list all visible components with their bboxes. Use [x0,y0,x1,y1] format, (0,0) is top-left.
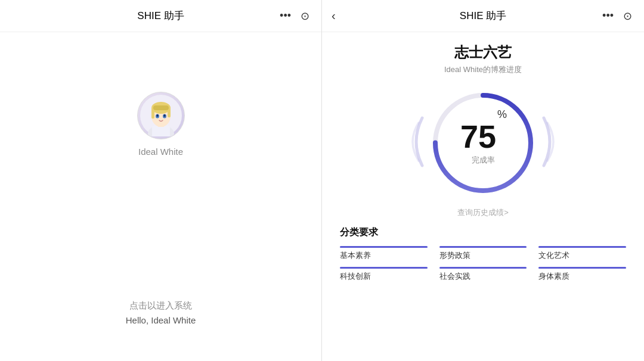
category-label: 身体素质 [538,271,626,282]
percent-row: 75 % [460,120,506,153]
percent-number: 75 [460,120,496,153]
dots-icon[interactable]: ••• [280,10,291,22]
page-subtitle: Ideal White的博雅进度 [444,64,522,75]
svg-rect-2 [152,126,170,136]
back-icon[interactable]: ‹ [332,9,336,23]
query-history-link[interactable]: 查询历史成绩> [457,207,509,218]
category-label: 科技创新 [340,271,428,282]
right-dots-icon[interactable]: ••• [602,10,614,22]
deco-arc-left [410,112,425,174]
avatar-name: Ideal White [138,147,183,157]
categories-section: 分类要求 基本素养形势政策文化艺术科技创新社会实践身体素质 [322,226,644,282]
category-item[interactable]: 身体素质 [538,267,626,282]
avatar-image [140,95,182,136]
left-header-title: SHIE 助手 [137,9,184,23]
category-label: 基本素养 [340,250,428,261]
category-item[interactable]: 基本素养 [340,246,428,261]
hello-text: Hello, Ideal White [126,315,196,325]
left-header-icons: ••• ⊙ [280,10,309,23]
svg-point-11 [156,114,158,117]
deco-arc-right [541,112,556,174]
page-title: 志士六艺 [454,43,512,62]
svg-rect-8 [153,105,169,110]
svg-point-12 [163,114,165,117]
category-bar [439,246,527,248]
right-header-icons: ••• ⊙ [602,10,632,23]
category-item[interactable]: 科技创新 [340,267,428,282]
right-header-title: SHIE 助手 [460,9,506,23]
right-panel: ‹ SHIE 助手 ••• ⊙ 志士六艺 Ideal White的博雅进度 [322,0,644,361]
progress-circle-container: 75 % 完成率 [423,83,543,203]
left-header: SHIE 助手 ••• ⊙ [0,0,321,32]
category-item[interactable]: 文化艺术 [538,246,626,261]
right-header: ‹ SHIE 助手 ••• ⊙ [322,0,644,32]
category-label: 社会实践 [439,271,527,282]
click-hint[interactable]: 点击以进入系统 [129,300,192,312]
category-bar [439,267,527,269]
category-item[interactable]: 形势政策 [439,246,527,261]
category-bar [538,246,626,248]
category-bar [340,246,428,248]
categories-grid: 基本素养形势政策文化艺术科技创新社会实践身体素质 [340,246,626,282]
category-item[interactable]: 社会实践 [439,267,527,282]
left-panel: SHIE 助手 ••• ⊙ [0,0,322,361]
categories-title: 分类要求 [340,226,626,239]
right-target-icon[interactable]: ⊙ [623,10,632,23]
target-icon[interactable]: ⊙ [301,10,309,23]
circle-center: 75 % 完成率 [460,120,506,166]
avatar[interactable] [137,92,185,139]
bottom-section: 点击以进入系统 Hello, Ideal White [0,300,321,325]
avatar-section: Ideal White [137,92,185,157]
category-bar [340,267,428,269]
category-bar [538,267,626,269]
category-label: 文化艺术 [538,250,626,261]
category-label: 形势政策 [439,250,527,261]
percent-sign: % [497,108,507,121]
completion-text: 完成率 [472,155,495,166]
